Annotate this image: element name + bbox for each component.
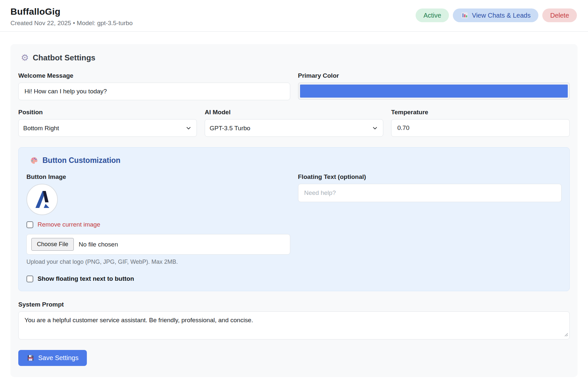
- status-badge-active[interactable]: Active: [416, 8, 449, 22]
- primary-color-picker[interactable]: [298, 83, 570, 100]
- primary-color-field-group: Primary Color: [298, 72, 570, 100]
- button-customization-header: Button Customization: [30, 156, 562, 165]
- remove-image-label[interactable]: Remove current image: [38, 221, 100, 228]
- remove-image-row: Remove current image: [26, 221, 290, 228]
- system-prompt-wrap: [18, 311, 570, 340]
- system-prompt-label: System Prompt: [18, 301, 570, 308]
- remove-image-checkbox[interactable]: [26, 221, 33, 228]
- position-select-wrap: Bottom Right: [18, 119, 197, 137]
- save-settings-button[interactable]: Save Settings: [18, 350, 87, 366]
- view-chats-leads-label: View Chats & Leads: [472, 11, 531, 19]
- floating-text-input[interactable]: [298, 184, 562, 202]
- position-select[interactable]: Bottom Right: [18, 119, 197, 137]
- primary-color-swatch: [300, 85, 568, 98]
- settings-section-title: Chatbot Settings: [33, 53, 95, 62]
- status-badge-label: Active: [423, 11, 441, 19]
- button-image-column: Button Image Remove current image Choose…: [26, 173, 290, 282]
- upload-help-text: Upload your chat logo (PNG, JPG, GIF, We…: [26, 259, 290, 265]
- page-subtitle: Created Nov 22, 2025 • Model: gpt-3.5-tu…: [10, 20, 133, 27]
- file-upload-input[interactable]: Choose File No file chosen: [26, 234, 290, 255]
- view-chats-leads-button[interactable]: View Chats & Leads: [453, 8, 538, 22]
- floating-text-column: Floating Text (optional): [298, 173, 562, 282]
- floating-text-label: Floating Text (optional): [298, 173, 562, 181]
- position-label: Position: [18, 109, 197, 116]
- button-customization-title: Button Customization: [42, 156, 120, 165]
- button-customization-grid: Button Image Remove current image Choose…: [26, 173, 562, 282]
- letter-a-logo-icon: [32, 189, 52, 210]
- chat-logo-image: [26, 184, 58, 215]
- chatbot-settings-card: ⚙ Chatbot Settings Welcome Message Prima…: [10, 44, 578, 377]
- primary-color-label: Primary Color: [298, 72, 570, 79]
- show-floating-text-row: Show floating text next to button: [26, 275, 290, 282]
- delete-button[interactable]: Delete: [542, 8, 577, 22]
- palette-icon: [30, 156, 39, 165]
- bar-chart-icon: [461, 11, 469, 19]
- show-floating-text-checkbox[interactable]: [26, 276, 33, 282]
- settings-row-2: Position Bottom Right AI Model GPT-3.5 T…: [18, 109, 570, 137]
- page-header: BuffalloGig Created Nov 22, 2025 • Model…: [0, 0, 588, 32]
- settings-row-1: Welcome Message Primary Color: [18, 72, 570, 100]
- ai-model-select-wrap: GPT-3.5 Turbo: [205, 119, 383, 137]
- gear-icon: ⚙: [21, 54, 29, 62]
- ai-model-label: AI Model: [205, 109, 383, 116]
- settings-section-header: ⚙ Chatbot Settings: [21, 53, 570, 62]
- temperature-label: Temperature: [391, 109, 570, 116]
- choose-file-button[interactable]: Choose File: [31, 238, 74, 251]
- temperature-field-group: Temperature: [391, 109, 570, 137]
- welcome-message-label: Welcome Message: [18, 72, 290, 79]
- floppy-disk-icon: [27, 354, 34, 362]
- button-customization-card: Button Customization Button Image Remove…: [18, 147, 570, 291]
- no-file-chosen-text: No file chosen: [79, 241, 118, 248]
- welcome-message-field-group: Welcome Message: [18, 72, 290, 100]
- header-titles: BuffalloGig Created Nov 22, 2025 • Model…: [10, 7, 133, 27]
- delete-button-label: Delete: [550, 11, 569, 19]
- position-field-group: Position Bottom Right: [18, 109, 197, 137]
- show-floating-text-label[interactable]: Show floating text next to button: [38, 275, 134, 282]
- ai-model-select[interactable]: GPT-3.5 Turbo: [205, 119, 383, 137]
- system-prompt-textarea[interactable]: [18, 311, 570, 340]
- ai-model-field-group: AI Model GPT-3.5 Turbo: [205, 109, 383, 137]
- welcome-message-input[interactable]: [18, 83, 290, 100]
- temperature-input[interactable]: [391, 119, 570, 137]
- page-title: BuffalloGig: [10, 7, 133, 17]
- button-image-label: Button Image: [26, 173, 290, 181]
- header-actions: Active View Chats & Leads Delete: [416, 8, 577, 22]
- save-settings-label: Save Settings: [38, 354, 78, 362]
